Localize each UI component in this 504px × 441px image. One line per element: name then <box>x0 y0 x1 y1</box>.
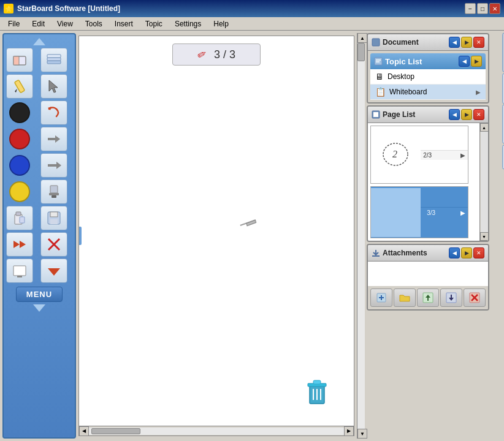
page-thumb-2-inner: 2 <box>371 130 421 179</box>
attach-folder-button[interactable] <box>394 288 416 307</box>
maximize-button[interactable]: □ <box>477 3 488 14</box>
svg-rect-13 <box>50 186 58 193</box>
pen-cursor <box>234 211 261 239</box>
page-thumb-3-inner <box>371 188 421 237</box>
rewind-button[interactable] <box>6 232 33 257</box>
whiteboard-button[interactable] <box>6 258 33 283</box>
minimize-button[interactable]: − <box>465 3 476 14</box>
scroll-down-btn[interactable]: ▼ <box>357 429 367 439</box>
h-scroll-thumb[interactable] <box>91 428 140 434</box>
select-button[interactable] <box>40 74 67 99</box>
main-layout: MENU ◀ ✏ 3 / 3 <box>0 31 504 441</box>
page-list-panel: Page List ◀ ▶ ✕ <box>367 105 489 242</box>
scroll-right-btn[interactable]: ▶ <box>344 426 354 436</box>
attach-nav-prev[interactable]: ◀ <box>449 247 460 258</box>
page-scroll-up[interactable]: ▲ <box>480 123 489 132</box>
page-nav-prev[interactable]: ◀ <box>449 109 460 120</box>
topic-list-items: 🖥 Desktop 📋 Whiteboard ▶ <box>370 69 486 100</box>
menu-view[interactable]: View <box>52 18 78 30</box>
topic-nav-next[interactable]: ▶ <box>471 56 482 67</box>
page-close[interactable]: ✕ <box>473 109 484 120</box>
blue-color-button[interactable] <box>6 153 33 178</box>
black-color-button[interactable] <box>6 100 33 125</box>
whiteboard-icon: 📋 <box>375 87 386 97</box>
svg-rect-45 <box>372 255 380 257</box>
menu-edit[interactable]: Edit <box>26 18 50 30</box>
paste-button[interactable] <box>6 206 33 230</box>
topic-list-header: Topic List ◀ ▶ <box>370 53 486 69</box>
yellow-color-button[interactable] <box>6 179 33 204</box>
close-button[interactable]: ✕ <box>489 3 500 14</box>
menu-settings[interactable]: Settings <box>169 18 207 30</box>
svg-rect-14 <box>49 193 59 195</box>
menu-insert[interactable]: Insert <box>109 18 139 30</box>
delete-button[interactable] <box>40 232 67 257</box>
toolbar-scroll-up[interactable] <box>33 38 45 45</box>
topic-list-section: Topic List ◀ ▶ 🖥 Desktop 📋 <box>368 51 488 102</box>
page-list-buttons: ◀ ▶ ✕ <box>449 109 484 120</box>
page-indicator: ✏ 3 / 3 <box>172 43 261 66</box>
menu-bar: File Edit View Tools Insert Topic Settin… <box>0 17 504 31</box>
attach-export-button[interactable] <box>417 288 439 307</box>
drawing-canvas[interactable]: ◀ ✏ 3 / 3 <box>78 36 354 436</box>
scroll-left-btn[interactable]: ◀ <box>79 426 89 436</box>
svg-rect-26 <box>13 266 26 276</box>
attach-import-button[interactable] <box>440 288 462 307</box>
page-scroll-track[interactable] <box>481 132 488 232</box>
menu-help[interactable]: Help <box>208 18 234 30</box>
canvas-and-scroll: ◀ ✏ 3 / 3 <box>78 33 367 439</box>
scroll-left-arrow[interactable]: ◀ <box>78 227 82 245</box>
svg-marker-6 <box>15 89 17 92</box>
v-scroll-thumb[interactable] <box>357 43 365 61</box>
trash-icon <box>305 379 329 411</box>
page-thumb-3[interactable]: 3/3 ▶ <box>370 186 468 238</box>
doc-nav-next[interactable]: ▶ <box>461 37 472 48</box>
page-nav-next[interactable]: ▶ <box>461 109 472 120</box>
doc-nav-prev[interactable]: ◀ <box>449 37 460 48</box>
scroll-down-tool[interactable] <box>40 258 67 283</box>
red-color-button[interactable] <box>6 127 33 151</box>
attach-add-button[interactable] <box>370 288 392 307</box>
doc-close[interactable]: ✕ <box>473 37 484 48</box>
eraser-button[interactable] <box>6 48 33 72</box>
svg-marker-28 <box>48 268 60 276</box>
topic-nav-prev[interactable]: ◀ <box>459 56 470 67</box>
svg-marker-12 <box>56 162 61 169</box>
svg-rect-18 <box>20 217 25 223</box>
svg-rect-20 <box>50 212 58 217</box>
svg-rect-1 <box>13 56 19 65</box>
pencil-button[interactable] <box>6 74 33 99</box>
page-3-footer: 3/3 ▶ <box>421 207 468 218</box>
attach-close[interactable]: ✕ <box>473 247 484 258</box>
toolbar-grid <box>6 48 72 283</box>
menu-tools[interactable]: Tools <box>80 18 108 30</box>
page-list-scroll-wrap: 2 2/3 ▶ <box>368 123 488 241</box>
stamp-button[interactable] <box>40 179 67 204</box>
attach-delete-button[interactable] <box>464 288 486 307</box>
page-thumb-2[interactable]: 2 2/3 ▶ <box>370 126 468 184</box>
page-scroll-down[interactable]: ▼ <box>480 232 489 241</box>
toolbar-scroll-down[interactable] <box>33 304 45 312</box>
h-scroll-track[interactable] <box>89 428 344 435</box>
scroll-up-btn[interactable]: ▲ <box>357 33 367 43</box>
svg-rect-11 <box>48 164 58 167</box>
menu-file[interactable]: File <box>2 18 25 30</box>
attach-nav-next[interactable]: ▶ <box>461 247 472 258</box>
page-3-arrow[interactable]: ▶ <box>460 209 465 216</box>
topic-item-whiteboard[interactable]: 📋 Whiteboard ▶ <box>370 85 486 100</box>
move-right-button[interactable] <box>40 153 67 178</box>
undo-button[interactable] <box>40 100 67 125</box>
page-2-sketch: 2 <box>379 138 413 172</box>
topic-list-buttons: ◀ ▶ <box>459 56 482 67</box>
menu-topic[interactable]: Topic <box>140 18 168 30</box>
page-3-label: 3/3 <box>423 209 439 217</box>
page-2-arrow[interactable]: ▶ <box>460 152 465 159</box>
topic-item-desktop[interactable]: 🖥 Desktop <box>370 69 486 85</box>
v-scroll-track[interactable] <box>357 43 365 429</box>
layers-button[interactable] <box>40 48 67 72</box>
svg-rect-27 <box>17 276 22 277</box>
canvas-horizontal-scrollbar[interactable]: ◀ ▶ <box>79 426 354 435</box>
menu-button[interactable]: MENU <box>16 287 63 302</box>
save-button[interactable] <box>40 206 67 230</box>
forward-button[interactable] <box>40 127 67 151</box>
